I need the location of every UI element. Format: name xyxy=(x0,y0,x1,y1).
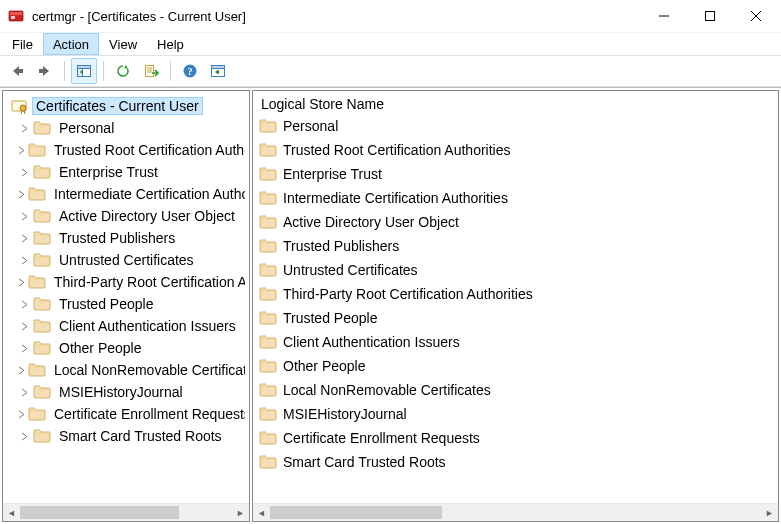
expand-icon[interactable] xyxy=(17,143,26,157)
list-item[interactable]: Trusted Publishers xyxy=(253,234,778,258)
tree-item-label: Intermediate Certification Authorities xyxy=(50,185,245,203)
tree-horizontal-scrollbar[interactable]: ◄ ► xyxy=(3,503,249,521)
list-item[interactable]: Enterprise Trust xyxy=(253,162,778,186)
expand-icon[interactable] xyxy=(17,341,31,355)
toolbar-separator xyxy=(170,61,171,81)
folder-icon xyxy=(259,382,277,398)
scroll-track[interactable] xyxy=(20,504,232,521)
tree-item[interactable]: Personal xyxy=(7,117,245,139)
list-item[interactable]: Certificate Enrollment Requests xyxy=(253,426,778,450)
folder-icon xyxy=(33,230,51,246)
list-item-label: Untrusted Certificates xyxy=(283,262,418,278)
list-item[interactable]: Third-Party Root Certification Authoriti… xyxy=(253,282,778,306)
folder-icon xyxy=(259,430,277,446)
list-item[interactable]: Local NonRemovable Certificates xyxy=(253,378,778,402)
folder-icon xyxy=(259,262,277,278)
scroll-right-button[interactable]: ► xyxy=(761,504,778,521)
maximize-button[interactable] xyxy=(687,1,733,31)
expand-icon[interactable] xyxy=(17,165,31,179)
menu-action[interactable]: Action xyxy=(43,33,99,55)
expand-icon[interactable] xyxy=(17,253,31,267)
back-button[interactable] xyxy=(4,58,30,84)
list-item[interactable]: Active Directory User Object xyxy=(253,210,778,234)
scroll-left-button[interactable]: ◄ xyxy=(3,504,20,521)
list-item[interactable]: MSIEHistoryJournal xyxy=(253,402,778,426)
tree-item[interactable]: Other People xyxy=(7,337,245,359)
tree-item-label: Third-Party Root Certification Authoriti… xyxy=(50,273,245,291)
folder-icon xyxy=(259,454,277,470)
folder-icon xyxy=(259,214,277,230)
expand-icon[interactable] xyxy=(17,231,31,245)
scroll-right-button[interactable]: ► xyxy=(232,504,249,521)
expand-icon[interactable] xyxy=(17,121,31,135)
tree-item-label: Enterprise Trust xyxy=(55,163,162,181)
menu-help[interactable]: Help xyxy=(147,33,194,55)
list-column-header[interactable]: Logical Store Name xyxy=(253,93,778,114)
tree-item[interactable]: Certificate Enrollment Requests xyxy=(7,403,245,425)
scroll-thumb[interactable] xyxy=(20,506,179,519)
tree-item[interactable]: Intermediate Certification Authorities xyxy=(7,183,245,205)
list-body[interactable]: Logical Store Name PersonalTrusted Root … xyxy=(253,91,778,503)
tree-item[interactable]: Trusted Publishers xyxy=(7,227,245,249)
list-item[interactable]: Other People xyxy=(253,354,778,378)
expand-icon[interactable] xyxy=(17,275,26,289)
tree-item-label: Untrusted Certificates xyxy=(55,251,198,269)
scroll-track[interactable] xyxy=(270,504,761,521)
tree-item[interactable]: Client Authentication Issuers xyxy=(7,315,245,337)
window-title: certmgr - [Certificates - Current User] xyxy=(32,9,641,24)
options-button[interactable] xyxy=(205,58,231,84)
forward-button[interactable] xyxy=(32,58,58,84)
expand-icon[interactable] xyxy=(17,209,31,223)
folder-icon xyxy=(259,334,277,350)
tree-item[interactable]: MSIEHistoryJournal xyxy=(7,381,245,403)
tree-item-label: Certificate Enrollment Requests xyxy=(50,405,245,423)
expand-icon[interactable] xyxy=(17,429,31,443)
list-item-label: Active Directory User Object xyxy=(283,214,459,230)
list-item[interactable]: Trusted People xyxy=(253,306,778,330)
scroll-thumb[interactable] xyxy=(270,506,442,519)
list-horizontal-scrollbar[interactable]: ◄ ► xyxy=(253,503,778,521)
expand-icon[interactable] xyxy=(17,385,31,399)
menu-view[interactable]: View xyxy=(99,33,147,55)
tree-item[interactable]: Trusted Root Certification Authorities xyxy=(7,139,245,161)
close-button[interactable] xyxy=(733,1,779,31)
tree-item[interactable]: Active Directory User Object xyxy=(7,205,245,227)
tree-item[interactable]: Untrusted Certificates xyxy=(7,249,245,271)
expand-icon[interactable] xyxy=(17,407,26,421)
expand-icon[interactable] xyxy=(17,187,26,201)
content-area: Certificates - Current UserPersonalTrust… xyxy=(0,87,781,524)
list-item[interactable]: Trusted Root Certification Authorities xyxy=(253,138,778,162)
show-hide-tree-button[interactable] xyxy=(71,58,97,84)
folder-icon xyxy=(259,406,277,422)
forward-arrow-icon xyxy=(37,63,53,79)
toolbar-separator xyxy=(103,61,104,81)
minimize-button[interactable] xyxy=(641,1,687,31)
list-item[interactable]: Untrusted Certificates xyxy=(253,258,778,282)
tree-item[interactable]: Third-Party Root Certification Authoriti… xyxy=(7,271,245,293)
folder-icon xyxy=(259,190,277,206)
expand-icon[interactable] xyxy=(17,363,26,377)
folder-icon xyxy=(33,428,51,444)
tree-body[interactable]: Certificates - Current UserPersonalTrust… xyxy=(3,91,249,503)
scroll-left-button[interactable]: ◄ xyxy=(253,504,270,521)
expand-icon[interactable] xyxy=(17,319,31,333)
tree-root-node[interactable]: Certificates - Current User xyxy=(7,95,245,117)
tree-item[interactable]: Smart Card Trusted Roots xyxy=(7,425,245,447)
export-list-button[interactable] xyxy=(138,58,164,84)
tree-item[interactable]: Enterprise Trust xyxy=(7,161,245,183)
list-item[interactable]: Personal xyxy=(253,114,778,138)
list-item-label: Enterprise Trust xyxy=(283,166,382,182)
menu-bar: File Action View Help xyxy=(0,32,781,55)
expand-icon[interactable] xyxy=(17,297,31,311)
list-item-label: MSIEHistoryJournal xyxy=(283,406,407,422)
menu-file[interactable]: File xyxy=(2,33,43,55)
list-item[interactable]: Smart Card Trusted Roots xyxy=(253,450,778,474)
list-item[interactable]: Client Authentication Issuers xyxy=(253,330,778,354)
list-item[interactable]: Intermediate Certification Authorities xyxy=(253,186,778,210)
help-button[interactable]: ? xyxy=(177,58,203,84)
tree-item-label: Trusted Publishers xyxy=(55,229,179,247)
folder-icon xyxy=(259,118,277,134)
tree-item[interactable]: Trusted People xyxy=(7,293,245,315)
refresh-button[interactable] xyxy=(110,58,136,84)
tree-item[interactable]: Local NonRemovable Certificates xyxy=(7,359,245,381)
